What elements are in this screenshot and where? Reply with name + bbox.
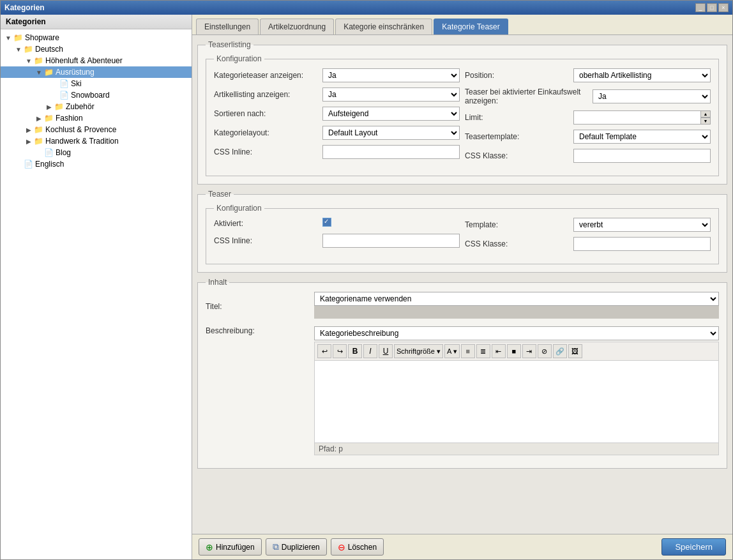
css-inline-left-input[interactable] (322, 145, 460, 159)
align-center-btn[interactable]: ■ (507, 344, 521, 358)
sidebar-item-ausruestung[interactable]: ▼ 📁 Ausrüstung (1, 66, 192, 78)
tab-kategorie-teaser[interactable]: Kategorie Teaser (434, 19, 508, 34)
folder-icon: 📁 (54, 102, 64, 111)
unlink-btn[interactable]: ⊘ (538, 344, 552, 358)
sidebar-item-hoehenluft[interactable]: ▼ 📁 Höhenluft & Abenteuer (1, 55, 192, 66)
sidebar-item-englisch[interactable]: 📄 Englisch (1, 158, 192, 170)
teaserlisting-konfiguration: Konfiguration Kategorieteaser anzeigen: … (206, 54, 719, 176)
kategorielayout-select[interactable]: Default Layout (322, 126, 460, 140)
main-area: Kategorien ▼ 📁 Shopware ▼ 📁 Deutsc (1, 15, 732, 559)
add-button[interactable]: ⊕ Hinzufügen (199, 538, 262, 556)
link-btn[interactable]: 🔗 (553, 344, 567, 358)
position-select[interactable]: oberhalb Artikellistingunterhalb Artikel… (573, 68, 711, 82)
titel-select[interactable]: Kategoriename verwendenManuell (314, 292, 719, 306)
kategorieteaser-row: Kategorieteaser anzeigen: JaNein (214, 68, 460, 82)
tree-label: Shopware (25, 33, 59, 42)
sidebar-item-shopware[interactable]: ▼ 📁 Shopware (1, 32, 192, 43)
teasertemplate-label: Teasertemplate: (465, 132, 573, 141)
delete-button[interactable]: ⊖ Löschen (331, 538, 384, 556)
css-klasse-right-control (573, 149, 711, 163)
sidebar-item-zubehoer[interactable]: ▶ 📁 Zubehör (1, 101, 192, 112)
save-button[interactable]: Speichern (661, 538, 726, 556)
position-row: Position: oberhalb Artikellistingunterha… (465, 68, 711, 82)
close-btn[interactable]: × (718, 3, 729, 12)
bold-btn[interactable]: B (348, 344, 362, 358)
folder-icon: 📁 (34, 56, 43, 65)
image-btn[interactable]: 🖼 (568, 344, 582, 358)
sidebar-item-fashion[interactable]: ▶ 📁 Fashion (1, 112, 192, 124)
sortieren-select[interactable]: AufsteigendAbsteigend (322, 107, 460, 121)
editor-area[interactable] (314, 360, 719, 443)
duplicate-button[interactable]: ⧉ Duplizieren (266, 538, 327, 556)
fontcolor-btn[interactable]: A ▾ (444, 344, 460, 358)
sidebar-item-snowboard[interactable]: 📄 Snowboard (1, 89, 192, 101)
inhalt-legend: Inhalt (206, 278, 229, 287)
artikellisting-control: JaNein (322, 87, 460, 102)
sidebar-item-blog[interactable]: 📄 Blog (1, 147, 192, 158)
tree-label: Kochlust & Provence (45, 125, 116, 134)
maximize-btn[interactable]: □ (707, 3, 717, 12)
sidebar-item-handwerk[interactable]: ▶ 📁 Handwerk & Tradition (1, 135, 192, 147)
artikellisting-row: Artikellisting anzeigen: JaNein (214, 87, 460, 102)
file-icon: 📄 (59, 91, 69, 100)
beschreibung-label: Beschreibung: (206, 326, 314, 335)
artikellisting-select[interactable]: JaNein (322, 87, 460, 102)
teaser-css-klasse-input[interactable] (573, 237, 711, 251)
main-window: Kategorien _ □ × Kategorien ▼ 📁 Shopware (0, 0, 733, 560)
align-right-btn[interactable]: ⇥ (522, 344, 536, 358)
folder-icon: 📁 (34, 125, 43, 134)
tab-kategorie-einschraenken[interactable]: Kategorie einschränken (335, 19, 432, 34)
teaser-css-klasse-control (573, 237, 711, 251)
css-klasse-right-row: CSS Klasse: (465, 149, 711, 163)
teaser-einkaufswelt-select[interactable]: JaNein (593, 89, 711, 103)
list-ol-btn[interactable]: ≣ (476, 344, 490, 358)
toggle-icon[interactable]: ▶ (24, 126, 34, 133)
sidebar-header: Kategorien (1, 15, 192, 29)
toggle-icon[interactable]: ▼ (13, 46, 24, 53)
teaser-einkaufswelt-label: Teaser bei aktivierter Einkaufswelt anze… (465, 87, 593, 105)
toggle-icon[interactable]: ▶ (24, 138, 34, 145)
tab-einstellungen[interactable]: Einstellungen (196, 19, 259, 34)
sidebar-item-ski[interactable]: 📄 Ski (1, 78, 192, 89)
aktiviert-checkbox[interactable] (322, 218, 331, 227)
css-klasse-right-label: CSS Klasse: (465, 151, 573, 160)
teaser-css-inline-input[interactable] (322, 234, 460, 248)
kategorielayout-label: Kategorielayout: (214, 128, 322, 137)
redo-btn[interactable]: ↪ (333, 344, 347, 358)
tree-label: Deutsch (35, 45, 63, 54)
teaser-form-two-col: Aktiviert: CSS Inline: (214, 218, 711, 256)
teaser-legend: Teaser (206, 190, 234, 199)
limit-down-btn[interactable]: ▼ (700, 117, 711, 125)
minimize-btn[interactable]: _ (695, 3, 706, 12)
tab-artikelzuordnung[interactable]: Artikelzuordnung (260, 19, 334, 34)
aktiviert-row: Aktiviert: (214, 218, 460, 229)
toggle-icon[interactable]: ▶ (44, 103, 54, 110)
italic-btn[interactable]: I (363, 344, 377, 358)
template-select[interactable]: vererbtStandard (573, 218, 711, 232)
toggle-icon[interactable]: ▶ (34, 115, 44, 122)
toggle-icon[interactable]: ▼ (24, 57, 34, 64)
bottom-left-actions: ⊕ Hinzufügen ⧉ Duplizieren ⊖ Löschen (199, 538, 384, 556)
undo-btn[interactable]: ↩ (317, 344, 331, 358)
toggle-icon[interactable]: ▼ (3, 34, 13, 42)
teasertemplate-select[interactable]: Default Template (573, 130, 711, 144)
underline-btn[interactable]: U (379, 344, 393, 358)
tree-label: Ausrüstung (56, 68, 94, 77)
folder-icon: 📁 (44, 68, 54, 77)
list-ul-btn[interactable]: ≡ (461, 344, 475, 358)
css-klasse-right-input[interactable] (573, 149, 711, 163)
beschreibung-select[interactable]: KategoriebeschreibungManuell (314, 326, 719, 340)
teaser-col-left: Aktiviert: CSS Inline: (214, 218, 460, 256)
sidebar-item-kochlust[interactable]: ▶ 📁 Kochlust & Provence (1, 124, 192, 135)
toggle-icon[interactable]: ▼ (34, 69, 44, 76)
sidebar-item-deutsch[interactable]: ▼ 📁 Deutsch (1, 43, 192, 55)
titel-label: Titel: (206, 302, 314, 311)
kategorieteaser-select[interactable]: JaNein (322, 68, 460, 82)
limit-input[interactable] (573, 110, 701, 125)
teaser-css-inline-row: CSS Inline: (214, 234, 460, 248)
limit-up-btn[interactable]: ▲ (700, 110, 711, 117)
schriftgroesse-btn[interactable]: Schriftgröße ▾ (394, 344, 443, 358)
align-left-btn[interactable]: ⇤ (492, 344, 506, 358)
aktiviert-label: Aktiviert: (214, 219, 322, 228)
titel-row: Titel: Kategoriename verwendenManuell (206, 292, 719, 321)
